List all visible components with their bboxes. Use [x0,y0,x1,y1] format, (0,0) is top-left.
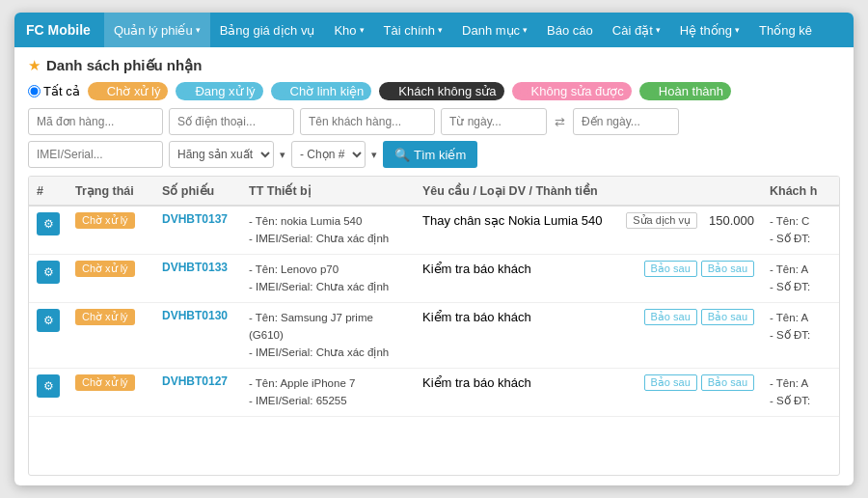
filter-khach-khong-sua[interactable]: Khách không sửa [379,82,503,100]
nav-quan-ly-phieu[interactable]: Quản lý phiếu▾ [104,13,210,47]
gear-button[interactable]: ⚙ [37,309,60,332]
star-icon: ★ [28,57,41,74]
cell-phieu: DVHBT0137 [154,206,241,254]
filter-row2: ⇄ [28,108,840,135]
select-hang-sx[interactable]: Hãng sản xuất [169,141,274,168]
filter-cho-linh-kien[interactable]: Chờ linh kiện [271,82,372,100]
nav-tai-chinh[interactable]: Tài chính▾ [374,13,452,47]
cell-phieu: DVHBT0133 [154,254,241,302]
cell-device: - Tên: Apple iPhone 7- IMEI/Serial: 6525… [241,368,415,416]
nav-bang-gia[interactable]: Bảng giá dịch vụ [210,13,325,47]
cell-yc: Kiểm tra báo khách Bảo sau Bảo sau [415,254,762,302]
cell-yc: Thay chân sạc Nokia Lumia 540 Sửa dịch v… [415,206,762,254]
gear-button[interactable]: ⚙ [37,374,60,398]
dot-dark [387,88,394,96]
search-imei[interactable] [28,141,163,168]
search-sdt[interactable] [169,108,294,135]
search-button[interactable]: 🔍 Tìm kiếm [383,141,477,168]
cell-gear: ⚙ [29,206,68,254]
search-den-ngay[interactable] [573,108,679,135]
cell-phieu: DVHBT0127 [154,368,241,416]
col-header-hash: # [29,177,68,206]
cell-device: - Tên: Lenovo p70- IMEI/Serial: Chưa xác… [241,254,415,302]
dot-blue-linh [279,88,286,96]
dot-orange [95,88,103,96]
cell-gear: ⚙ [29,368,68,416]
cell-status: Chờ xử lý [68,206,154,254]
data-table-wrapper: # Trạng thái Số phiếu TT Thiết bị Yêu cầ… [28,176,840,476]
calendar-icon[interactable]: ⇄ [555,115,565,129]
filter-khong-sua-duoc[interactable]: Không sửa được [512,82,632,100]
search-ten-kh[interactable] [300,108,435,135]
nav-cai-dat[interactable]: Cài đặt▾ [603,13,670,47]
filter-dang-xu-ly[interactable]: Đang xử lý [176,82,262,100]
status-filter-row: Tất cả Chờ xử lý Đang xử lý Chờ linh kiệ… [28,82,840,100]
cell-yc: Kiểm tra báo khách Bảo sau Bảo sau [415,302,762,368]
dot-pink [520,88,528,96]
filter-row3: Hãng sản xuất ▾ - Chọn # ▾ 🔍 Tìm kiếm [28,141,840,168]
dot-green [647,88,655,96]
cell-phieu: DVHBT0130 [154,302,241,368]
search-icon: 🔍 [394,148,410,162]
cell-khach: - Tên: A- Số ĐT: [762,254,839,302]
page-title: Danh sách phiếu nhận [46,57,202,74]
table-row: ⚙Chờ xử lýDVHBT0130- Tên: Samsung J7 pri… [29,302,839,368]
cell-status: Chờ xử lý [68,368,154,416]
cell-device: - Tên: Samsung J7 prime (G610)- IMEI/Ser… [241,302,415,368]
col-header-phieu: Số phiếu [154,177,241,206]
cell-status: Chờ xử lý [68,254,154,302]
cell-khach: - Tên: A- Số ĐT: [762,368,839,416]
nav-bao-cao[interactable]: Báo cáo [537,13,603,47]
receipts-table: # Trạng thái Số phiếu TT Thiết bị Yêu cầ… [29,177,839,417]
main-content: ★ Danh sách phiếu nhận Tất cả Chờ xử lý … [14,47,854,485]
search-tu-ngay[interactable] [441,108,547,135]
table-header-row: # Trạng thái Số phiếu TT Thiết bị Yêu cầ… [29,177,839,206]
gear-button[interactable]: ⚙ [37,261,60,284]
navbar: FC Mobile Quản lý phiếu▾ Bảng giá dịch v… [14,13,854,47]
dot-blue-dang [183,88,191,96]
col-header-status: Trạng thái [68,177,154,206]
nav-thong-ke[interactable]: Thống kê [749,13,822,47]
nav-danh-muc[interactable]: Danh mục▾ [452,13,537,47]
filter-cho-xu-ly[interactable]: Chờ xử lý [88,82,169,100]
nav-kho[interactable]: Kho▾ [324,13,373,47]
cell-khach: - Tên: C- Số ĐT: [762,206,839,254]
table-row: ⚙Chờ xử lýDVHBT0127- Tên: Apple iPhone 7… [29,368,839,416]
cell-gear: ⚙ [29,302,68,368]
col-header-khach: Khách h [762,177,839,206]
select-chon[interactable]: - Chọn # [291,141,366,168]
brand-logo: FC Mobile [22,22,100,38]
filter-all[interactable]: Tất cả [28,84,80,98]
nav-he-thong[interactable]: Hệ thống▾ [670,13,749,47]
col-header-thiet-bi: TT Thiết bị [241,177,415,206]
cell-gear: ⚙ [29,254,68,302]
filter-hoan-thanh[interactable]: Hoàn thành [639,82,731,100]
table-row: ⚙Chờ xử lýDVHBT0137- Tên: nokia Lumia 54… [29,206,839,254]
cell-status: Chờ xử lý [68,302,154,368]
cell-yc: Kiểm tra báo khách Bảo sau Bảo sau [415,368,762,416]
table-row: ⚙Chờ xử lýDVHBT0133- Tên: Lenovo p70- IM… [29,254,839,302]
cell-khach: - Tên: A- Số ĐT: [762,302,839,368]
col-header-yc: Yêu cầu / Loại DV / Thành tiền [415,177,762,206]
gear-button[interactable]: ⚙ [37,212,60,235]
cell-device: - Tên: nokia Lumia 540- IMEI/Serial: Chư… [241,206,415,254]
page-title-row: ★ Danh sách phiếu nhận [28,57,840,74]
search-ma-don[interactable] [28,108,163,135]
